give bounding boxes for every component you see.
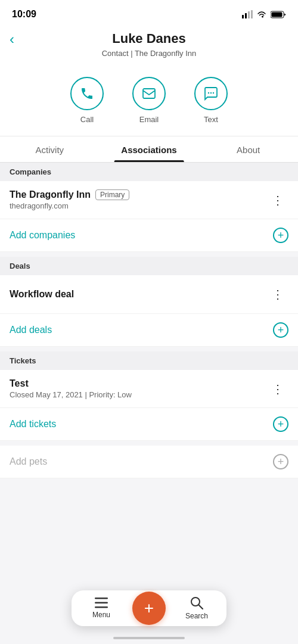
- tickets-section-body: Test Closed May 17, 2021 | Priority: Low…: [0, 370, 298, 441]
- gap-1: [0, 252, 298, 257]
- tickets-section-header: Tickets: [0, 351, 298, 370]
- fab-add-button[interactable]: +: [132, 592, 166, 625]
- menu-icon: [95, 598, 108, 608]
- bottom-nav: Menu + Search: [72, 590, 226, 626]
- svg-rect-5: [272, 12, 283, 17]
- search-label: Search: [185, 612, 208, 620]
- text-icon-circle: [194, 77, 228, 110]
- svg-rect-3: [251, 10, 253, 18]
- ticket-name: Test: [10, 378, 267, 389]
- deal-name: Workflow deal: [10, 289, 74, 300]
- home-indicator: [113, 637, 185, 639]
- call-button[interactable]: Call: [70, 77, 104, 124]
- add-companies-row[interactable]: Add companies +: [0, 219, 298, 252]
- tab-activity[interactable]: Activity: [0, 136, 100, 162]
- svg-point-9: [213, 92, 214, 94]
- back-button[interactable]: ‹: [10, 32, 14, 46]
- gap-2: [0, 347, 298, 351]
- add-deals-icon: +: [273, 322, 288, 338]
- contact-header: ‹ Luke Danes Contact | The Dragonfly Inn: [0, 26, 298, 67]
- contact-subtitle: Contact | The Dragonfly Inn: [12, 49, 286, 58]
- add-tickets-row[interactable]: Add tickets +: [0, 408, 298, 441]
- tab-associations[interactable]: Associations: [100, 136, 199, 162]
- wifi-icon: [256, 10, 267, 18]
- bottom-nav-container: Menu + Search: [72, 590, 226, 626]
- status-icons: [242, 10, 286, 18]
- deal-row: Workflow deal ⋮: [0, 275, 298, 314]
- add-deals-label: Add deals: [10, 325, 52, 335]
- contact-name: Luke Danes: [12, 31, 286, 46]
- company-name-row: The Dragonfly Inn Primary: [10, 189, 267, 200]
- phone-icon: [80, 86, 94, 101]
- svg-rect-6: [143, 89, 155, 98]
- tab-about[interactable]: About: [198, 136, 298, 162]
- signal-icon: [242, 10, 253, 18]
- company-info: The Dragonfly Inn Primary thedragonfly.c…: [10, 189, 267, 210]
- company-more-button[interactable]: ⋮: [267, 191, 288, 210]
- companies-section-header: Companies: [0, 163, 298, 181]
- text-button[interactable]: Text: [194, 77, 228, 124]
- email-button[interactable]: Email: [132, 77, 166, 124]
- email-icon: [142, 86, 156, 101]
- ticket-info: Test Closed May 17, 2021 | Priority: Low: [10, 378, 267, 399]
- deals-section-body: Workflow deal ⋮ Add deals +: [0, 275, 298, 347]
- ticket-more-button[interactable]: ⋮: [267, 379, 288, 399]
- battery-icon: [271, 11, 286, 18]
- svg-line-14: [199, 605, 203, 609]
- ticket-meta: Closed May 17, 2021 | Priority: Low: [10, 390, 267, 399]
- email-icon-circle: [132, 77, 166, 110]
- bottom-spacer: [0, 478, 298, 550]
- gap-3: [0, 441, 298, 446]
- menu-label: Menu: [92, 611, 110, 619]
- svg-rect-0: [242, 15, 244, 18]
- email-label: Email: [139, 115, 159, 124]
- call-icon-circle: [70, 77, 104, 110]
- svg-point-7: [208, 92, 209, 94]
- chat-icon: [204, 86, 218, 101]
- fab-plus-icon: +: [144, 600, 154, 617]
- primary-badge: Primary: [95, 189, 129, 200]
- tabs: Activity Associations About: [0, 136, 298, 163]
- content-area: Companies The Dragonfly Inn Primary thed…: [0, 163, 298, 550]
- svg-rect-11: [95, 602, 108, 604]
- add-pets-icon: +: [273, 454, 288, 469]
- add-pets-row[interactable]: Add pets +: [0, 446, 298, 478]
- deals-section-header: Deals: [0, 257, 298, 275]
- search-nav-item[interactable]: Search: [179, 596, 215, 620]
- svg-rect-1: [245, 13, 247, 18]
- companies-section-body: The Dragonfly Inn Primary thedragonfly.c…: [0, 181, 298, 252]
- add-tickets-label: Add tickets: [10, 419, 56, 430]
- ticket-row: Test Closed May 17, 2021 | Priority: Low…: [0, 370, 298, 408]
- add-companies-icon: +: [273, 228, 288, 243]
- svg-rect-10: [95, 598, 108, 599]
- add-pets-label: Add pets: [10, 456, 47, 467]
- action-buttons: Call Email Text: [0, 67, 298, 136]
- company-name: The Dragonfly Inn: [10, 189, 91, 200]
- call-label: Call: [80, 115, 94, 124]
- add-tickets-icon: +: [273, 416, 288, 432]
- text-label: Text: [204, 115, 218, 124]
- add-deals-row[interactable]: Add deals +: [0, 314, 298, 347]
- status-bar: 10:09: [0, 0, 298, 26]
- pets-section-body: Add pets +: [0, 446, 298, 478]
- deal-more-button[interactable]: ⋮: [267, 285, 288, 304]
- status-time: 10:09: [12, 9, 36, 20]
- menu-nav-item[interactable]: Menu: [83, 598, 119, 619]
- company-url: thedragonfly.com: [10, 201, 267, 210]
- svg-rect-12: [95, 606, 108, 608]
- svg-point-8: [210, 92, 212, 94]
- add-companies-label: Add companies: [10, 230, 75, 241]
- search-icon: [190, 596, 203, 609]
- company-row: The Dragonfly Inn Primary thedragonfly.c…: [0, 181, 298, 219]
- svg-rect-2: [248, 11, 250, 18]
